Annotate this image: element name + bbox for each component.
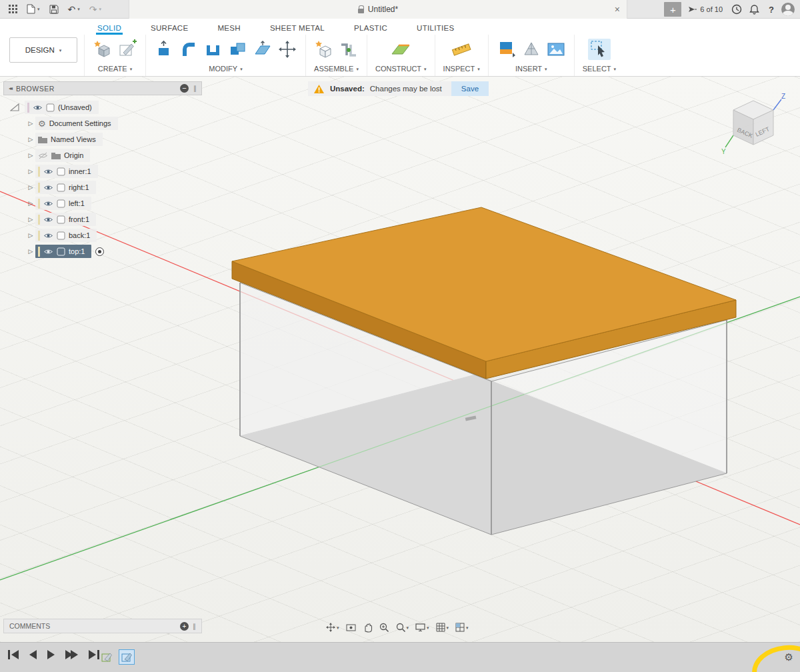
expand-arrow-icon[interactable]: ▷ [26,184,35,191]
visibility-eye-icon[interactable] [43,248,53,255]
insert-svg-icon[interactable] [497,39,517,59]
viewport-canvas[interactable]: BACK LEFT Z Y ◂◂ BROWSER − ∥ [0,77,800,642]
tab-sheet-metal[interactable]: SHEET METAL [269,22,326,35]
expand-arrow-icon[interactable]: ▷ [26,200,35,207]
shell-icon[interactable] [203,39,223,59]
display-settings-button[interactable]: ▾ [413,622,431,633]
tab-utilities[interactable]: UTILITIES [415,22,455,35]
expand-arrow-icon[interactable]: ▷ [26,216,35,223]
grid-snaps-button[interactable]: ▾ [434,622,451,633]
zoom-in-button[interactable] [377,622,391,633]
expand-arrow-icon[interactable]: ▷ [26,120,35,127]
tree-row-named-views[interactable]: ▷ Named Views [3,131,202,147]
new-component-icon[interactable] [314,39,334,59]
undo-button[interactable]: ↶ ▾ [63,0,85,18]
select-menu[interactable]: SELECT ▾ [583,65,616,73]
document-tab[interactable]: Untitled* × [129,0,627,19]
expand-arrow-icon[interactable]: ▷ [26,136,35,143]
account-avatar[interactable] [781,3,795,16]
create-sketch-icon[interactable] [117,39,137,59]
skip-to-end-button[interactable] [89,650,99,659]
zoom-options-button[interactable]: ▾ [394,622,411,633]
timeline-settings-gear-button[interactable]: ⚙ [785,651,793,663]
redo-button[interactable]: ↷ ▾ [85,0,106,18]
tree-row-inner[interactable]: ▷ inner:1 [3,163,202,179]
move-copy-icon[interactable] [277,39,297,59]
pan-button[interactable] [361,622,374,633]
select-tool-active-tile[interactable] [588,39,611,60]
viewports-button[interactable]: ▾ [453,622,470,633]
press-pull-icon[interactable] [154,39,174,59]
fillet-icon[interactable] [179,39,199,59]
workspace-selector[interactable]: DESIGN ▾ [9,37,77,63]
joint-icon[interactable] [339,39,359,59]
visibility-eye-icon[interactable] [43,216,53,223]
file-icon [27,4,35,14]
combine-icon[interactable] [228,39,248,59]
tree-row-back[interactable]: ▷ back:1 [3,227,202,243]
expand-arrow-icon[interactable]: ▷ [26,232,35,239]
timeline-feature-sketch[interactable] [99,649,115,665]
tree-item-label: left:1 [69,199,85,207]
close-tab-button[interactable]: × [615,4,620,15]
tab-surface[interactable]: SURFACE [149,22,189,35]
tree-row-document-settings[interactable]: ▷ ⚙ Document Settings [3,115,202,131]
tree-row-right[interactable]: ▷ right:1 [3,179,202,195]
visibility-eye-icon[interactable] [43,200,53,207]
visibility-eye-hidden-icon[interactable] [38,152,48,159]
tree-row-root[interactable]: (Unsaved) [3,99,202,115]
magnifier-icon [395,622,406,633]
insert-mesh-icon[interactable] [521,39,541,59]
measure-icon[interactable] [451,39,472,59]
panel-grip-handle[interactable]: ∥ [193,623,196,630]
canvas-image-icon[interactable] [546,39,566,59]
browser-header[interactable]: ◂◂ BROWSER − ∥ [3,81,202,95]
save-button[interactable] [45,0,63,18]
expand-arrow-icon[interactable]: ▷ [26,168,35,175]
assemble-menu[interactable]: ASSEMBLE ▾ [314,65,359,73]
skip-to-start-button[interactable] [8,650,19,659]
tab-mesh[interactable]: MESH [216,22,241,35]
step-forward-button[interactable] [65,650,78,659]
save-link[interactable]: Save [451,81,489,96]
modify-menu[interactable]: MODIFY ▾ [209,65,242,73]
visibility-eye-icon[interactable] [33,104,43,111]
notifications-button[interactable] [747,2,761,17]
create-menu[interactable]: CREATE ▾ [98,65,132,73]
tree-row-front[interactable]: ▷ front:1 [3,211,202,227]
play-button[interactable] [47,650,55,659]
file-menu-button[interactable]: ▾ [22,0,45,18]
timeline-feature-sketch-selected[interactable] [119,649,135,665]
tab-solid[interactable]: SOLID [96,22,123,35]
construct-plane-icon[interactable] [390,39,411,59]
construct-menu[interactable]: CONSTRUCT ▾ [375,65,427,73]
expand-arrow-icon[interactable]: ▷ [26,248,35,255]
visibility-eye-icon[interactable] [43,232,53,239]
collapse-panel-icon[interactable]: ◂◂ [9,85,11,91]
new-solid-icon[interactable] [93,39,113,59]
orbit-button[interactable]: ▾ [324,622,341,633]
visibility-eye-icon[interactable] [43,184,53,191]
minimize-panel-button[interactable]: − [180,84,189,93]
tree-row-top-selected[interactable]: ▷ top:1 [3,243,202,259]
help-button[interactable]: ? [764,2,779,17]
visibility-eye-icon[interactable] [43,168,53,175]
job-status-button[interactable]: 6 of 10 [684,5,727,14]
viewcube[interactable]: BACK LEFT Z Y [721,91,788,158]
step-back-button[interactable] [29,650,37,659]
app-menu-button[interactable] [4,0,22,18]
offset-face-icon[interactable] [253,39,273,59]
expand-panel-button[interactable]: + [180,622,189,631]
tab-plastic[interactable]: PLASTIC [353,22,389,35]
tree-row-origin[interactable]: ▷ Origin [3,147,202,163]
inspect-menu[interactable]: INSPECT ▾ [443,65,480,73]
tree-row-left[interactable]: ▷ left:1 [3,195,202,211]
insert-menu[interactable]: INSERT ▾ [515,65,547,73]
comments-panel[interactable]: COMMENTS + ∥ [3,619,202,633]
panel-grip-handle[interactable]: ∥ [193,85,197,92]
new-tab-button[interactable]: + [664,2,681,17]
expand-arrow-icon[interactable]: ▷ [26,152,35,159]
look-at-button[interactable] [344,622,358,633]
activate-component-radio[interactable] [95,247,104,256]
history-clock-button[interactable] [729,2,744,17]
